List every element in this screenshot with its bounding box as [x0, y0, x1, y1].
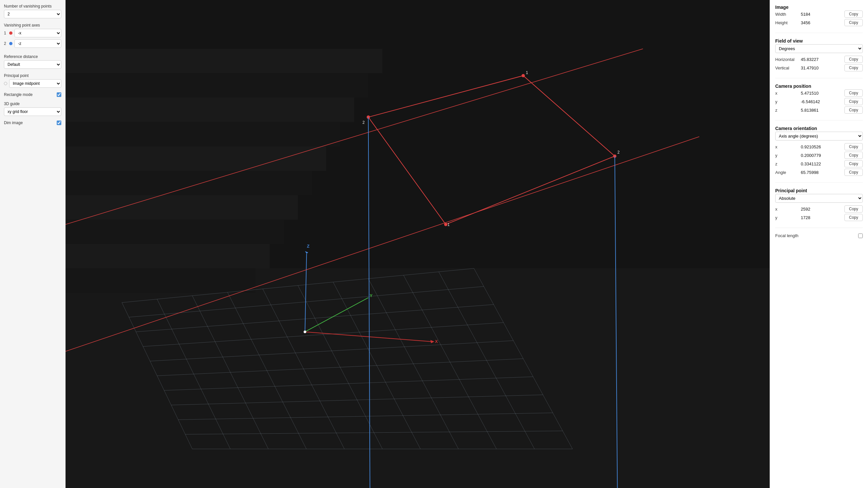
divider-1 — [775, 33, 863, 33]
dim-image-label: Dim image — [4, 121, 23, 125]
pp-mode-row: Absolute Relative — [775, 194, 863, 203]
rectangle-mode-row: Rectangle mode — [4, 92, 61, 97]
scene-canvas[interactable] — [66, 0, 770, 488]
focal-length-checkbox[interactable] — [858, 233, 863, 238]
width-copy-button[interactable]: Copy — [844, 10, 863, 18]
dim-image-checkbox[interactable] — [57, 121, 61, 125]
cam-orient-x-copy-button[interactable]: Copy — [844, 143, 863, 150]
pp-y-copy-button[interactable]: Copy — [844, 214, 863, 221]
cam-pos-x-row: x 5.471510 Copy — [775, 89, 863, 97]
cam-orient-z-value: 0.3341122 — [798, 161, 844, 166]
cam-pos-x-copy-button[interactable]: Copy — [844, 89, 863, 97]
vp-axes-label: Vanishing point axes — [4, 23, 61, 28]
camera-position-title: Camera position — [775, 84, 863, 89]
pp-y-value: 1728 — [798, 215, 844, 220]
vp-axis-row-1: 1 -x x -y y -z z — [4, 29, 61, 37]
cam-pos-y-copy-button[interactable]: Copy — [844, 98, 863, 105]
rectangle-mode-label: Rectangle mode — [4, 92, 32, 97]
width-row: Width 5184 Copy — [775, 10, 863, 18]
cam-orient-angle-row: Angle 65.75998 Copy — [775, 169, 863, 176]
horizontal-copy-button[interactable]: Copy — [844, 56, 863, 63]
cam-orient-y-label: y — [775, 153, 798, 158]
pp-mode-select[interactable]: Absolute Relative — [775, 194, 863, 203]
fov-mode-select[interactable]: Degrees Radians — [775, 44, 863, 53]
cam-orient-y-value: 0.2000779 — [798, 153, 844, 158]
fov-section: Field of view Degrees Radians Horizontal… — [775, 38, 863, 73]
pp-select-row: Image midpoint Custom — [4, 79, 61, 88]
pp-y-label: y — [775, 215, 798, 220]
principal-point-section: Principal point Image midpoint Custom — [4, 73, 61, 88]
cam-orient-y-copy-button[interactable]: Copy — [844, 152, 863, 159]
vanishing-points-section: Number of vanishing points 2 1 3 — [4, 4, 61, 18]
cam-pos-y-row: y -6.546142 Copy — [775, 98, 863, 105]
pp-x-copy-button[interactable]: Copy — [844, 205, 863, 213]
cam-pos-z-row: z 5.813861 Copy — [775, 106, 863, 113]
cam-orient-z-copy-button[interactable]: Copy — [844, 160, 863, 167]
vertical-value: 31.47910 — [798, 65, 844, 70]
blue-dot-icon — [9, 42, 12, 45]
cam-pos-z-value: 5.813861 — [798, 108, 844, 113]
focal-length-row: Focal length — [775, 233, 863, 238]
horizontal-value: 45.83227 — [798, 57, 844, 62]
vp-axis-row-2: 2 -x x -y y -z z — [4, 39, 61, 48]
cam-orient-mode-row: Axis angle (degrees) Euler angles Quater… — [775, 132, 863, 140]
center-panel — [66, 0, 770, 488]
cam-pos-y-value: -6.546142 — [798, 99, 844, 104]
pp-x-label: x — [775, 207, 798, 212]
camera-position-section: Camera position x 5.471510 Copy y -6.546… — [775, 84, 863, 115]
cam-pos-z-copy-button[interactable]: Copy — [844, 106, 863, 113]
pp-dot-icon — [4, 82, 7, 85]
cam-orient-angle-copy-button[interactable]: Copy — [844, 169, 863, 176]
pp-y-row: y 1728 Copy — [775, 214, 863, 221]
cam-orient-angle-value: 65.75998 — [798, 170, 844, 175]
reference-distance-section: Reference distance Default — [4, 54, 61, 69]
fov-section-title: Field of view — [775, 38, 863, 43]
axis-1-select[interactable]: -x x -y y -z z — [14, 29, 61, 37]
horizontal-row: Horizontal 45.83227 Copy — [775, 56, 863, 63]
divider-3 — [775, 120, 863, 121]
vanishing-points-select[interactable]: 2 1 3 — [4, 10, 61, 18]
fov-mode-row: Degrees Radians — [775, 44, 863, 53]
cam-pos-x-label: x — [775, 91, 798, 96]
vertical-copy-button[interactable]: Copy — [844, 64, 863, 71]
cam-orient-x-label: x — [775, 144, 798, 149]
cam-orient-z-row: z 0.3341122 Copy — [775, 160, 863, 167]
width-label: Width — [775, 12, 798, 17]
reference-distance-label: Reference distance — [4, 54, 61, 59]
width-value: 5184 — [798, 12, 844, 17]
rectangle-mode-checkbox[interactable] — [57, 92, 61, 97]
height-label: Height — [775, 20, 798, 25]
3d-guide-section: 3D guide xy grid floor xz grid wall yz g… — [4, 101, 61, 116]
camera-orientation-title: Camera orientation — [775, 126, 863, 131]
cam-orient-mode-select[interactable]: Axis angle (degrees) Euler angles Quater… — [775, 132, 863, 140]
cam-pos-y-label: y — [775, 99, 798, 104]
pp-x-row: x 2592 Copy — [775, 205, 863, 213]
height-row: Height 3456 Copy — [775, 19, 863, 26]
height-value: 3456 — [798, 20, 844, 25]
vanishing-points-label: Number of vanishing points — [4, 4, 61, 8]
cam-pos-z-label: z — [775, 108, 798, 113]
3d-guide-label: 3D guide — [4, 101, 61, 106]
reference-distance-select[interactable]: Default — [4, 60, 61, 69]
principal-point-label: Principal point — [4, 73, 61, 78]
divider-5 — [775, 228, 863, 228]
axis-num-2: 2 — [4, 41, 7, 46]
principal-point-select[interactable]: Image midpoint Custom — [9, 79, 61, 88]
cam-orient-y-row: y 0.2000779 Copy — [775, 152, 863, 159]
cam-orient-angle-label: Angle — [775, 170, 798, 175]
dim-image-row: Dim image — [4, 121, 61, 125]
axis-2-select[interactable]: -x x -y y -z z — [14, 39, 61, 48]
vertical-row: Vertical 31.47910 Copy — [775, 64, 863, 71]
3d-guide-select[interactable]: xy grid floor xz grid wall yz grid wall … — [4, 107, 61, 116]
vertical-label: Vertical — [775, 65, 798, 70]
divider-4 — [775, 183, 863, 183]
height-copy-button[interactable]: Copy — [844, 19, 863, 26]
pp-output-section: Principal point Absolute Relative x 2592… — [775, 188, 863, 222]
cam-orient-x-value: 0.9210526 — [798, 144, 844, 149]
horizontal-label: Horizontal — [775, 57, 798, 62]
camera-orientation-section: Camera orientation Axis angle (degrees) … — [775, 126, 863, 177]
pp-x-value: 2592 — [798, 207, 844, 212]
cam-pos-x-value: 5.471510 — [798, 91, 844, 96]
vp-axes-section: Vanishing point axes 1 -x x -y y -z z 2 … — [4, 23, 61, 50]
axis-num-1: 1 — [4, 31, 7, 35]
